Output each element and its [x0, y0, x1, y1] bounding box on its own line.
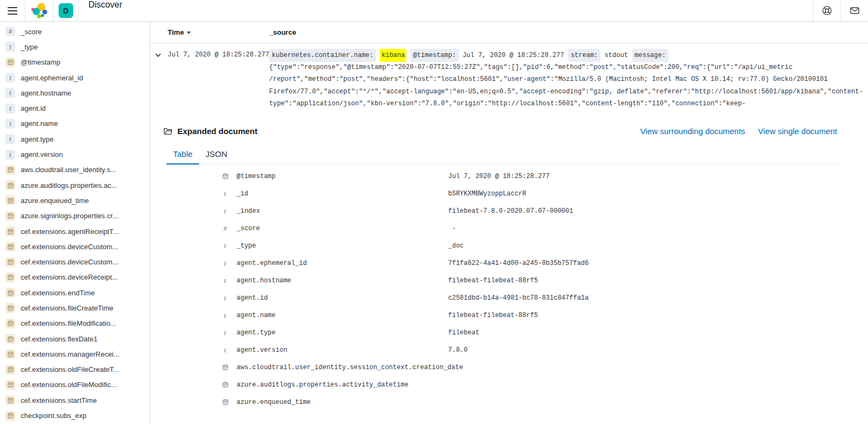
field-label: cef.extensions.managerRecei...	[21, 350, 119, 358]
sidebar-field-_type[interactable]: t_type	[0, 39, 150, 54]
field-label: cef.extensions.oldFileModific...	[21, 381, 117, 389]
field-name: _id	[237, 190, 448, 198]
field-value: 7f1fa622-4a41-4d00-a245-8b35b757fad6	[448, 260, 589, 267]
string-field-icon: t	[5, 88, 15, 98]
date-field-icon	[220, 380, 230, 390]
document-detail-tabs: TableJSON	[163, 144, 837, 164]
table-row: aws.cloudtrail.user_identity.session_con…	[163, 359, 837, 376]
sidebar-field-cef.extensions.deviceCustom[interactable]: cef.extensions.deviceCustom...	[0, 239, 150, 254]
document-timestamp: Jul 7, 2020 @ 18:25:28.277	[168, 51, 269, 59]
string-field-icon: t	[5, 150, 15, 160]
sidebar-field-@timestamp[interactable]: @timestamp	[0, 55, 150, 70]
table-row: #_score -	[163, 220, 837, 237]
collapse-document-button[interactable]	[154, 50, 162, 59]
date-field-icon	[5, 349, 15, 359]
elastic-logo[interactable]	[25, 0, 53, 21]
time-column-label: Time	[168, 28, 184, 36]
field-label: cef.extensions.fileModificatio...	[21, 319, 116, 327]
source-message-line: {"type":"response","@timestamp":"2020-07…	[269, 61, 868, 73]
date-field-icon	[5, 334, 15, 344]
sidebar-field-cef.extensions.fileModificatio[interactable]: cef.extensions.fileModificatio...	[0, 316, 150, 331]
sidebar-field-cef.extensions.agentReceiptT[interactable]: cef.extensions.agentReceiptT...	[0, 224, 150, 239]
string-field-icon: t	[5, 134, 15, 144]
field-list: #_scoret_type@timestamptagent.ephemeral_…	[0, 24, 150, 423]
sidebar-field-azure.signinlogs.properties.cr[interactable]: azure.signinlogs.properties.cr...	[0, 208, 150, 224]
field-label: cef.extensions.deviceReceipt...	[21, 273, 118, 281]
sidebar-field-cef.extensions.fileCreateTime[interactable]: cef.extensions.fileCreateTime	[0, 300, 150, 315]
header-divider	[78, 0, 79, 21]
expanded-document-title: Expanded document	[177, 126, 258, 136]
sidebar-field-cef.extensions.deviceReceipt[interactable]: cef.extensions.deviceReceipt...	[0, 270, 150, 285]
source-summary-line: kubernetes.container.name:kibana@timesta…	[269, 49, 868, 61]
source-message-line: type":"application/json","kbn-version":"…	[269, 98, 868, 110]
string-field-icon: t	[220, 311, 230, 320]
string-field-icon: t	[220, 258, 230, 268]
field-label: cef.extensions.endTime	[21, 289, 95, 297]
highlighted-term: kibana	[380, 49, 406, 62]
sidebar-field-agent.name[interactable]: tagent.name	[0, 116, 150, 131]
sidebar-field-cef.extensions.startTime[interactable]: cef.extensions.startTime	[0, 393, 150, 408]
mail-icon	[850, 5, 860, 16]
field-label: _type	[21, 43, 38, 51]
sidebar-field-azure.enqueued_time[interactable]: azure.enqueued_time	[0, 193, 150, 208]
elastic-logo-mark	[31, 3, 47, 19]
view-single-document-link[interactable]: View single document	[758, 126, 837, 136]
sort-desc-icon	[187, 31, 191, 34]
date-field-icon	[220, 363, 230, 372]
sidebar-field-aws.cloudtrail.user_identity.s[interactable]: aws.cloudtrail.user_identity.s...	[0, 162, 150, 178]
tab-json[interactable]: JSON	[199, 144, 234, 164]
sidebar-field-agent.ephemeral_id[interactable]: tagent.ephemeral_id	[0, 70, 150, 85]
source-column-label: _source	[269, 28, 296, 36]
field-label: agent.id	[21, 104, 46, 112]
table-row: tagent.version7.8.0	[163, 341, 837, 359]
space-selector[interactable]: D	[53, 0, 78, 21]
document-links: View surrounding documents View single d…	[640, 126, 837, 136]
sidebar-field-cef.extensions.managerRecei[interactable]: cef.extensions.managerRecei...	[0, 346, 150, 362]
sidebar-field-_score[interactable]: #_score	[0, 24, 150, 39]
sidebar-field-azure.auditlogs.properties.ac[interactable]: azure.auditlogs.properties.ac...	[0, 178, 150, 193]
sidebar-field-agent.type[interactable]: tagent.type	[0, 131, 150, 147]
field-value: -	[448, 225, 456, 232]
time-column-sort-button[interactable]: Time	[168, 28, 269, 36]
expanded-document-title-wrap: Expanded document	[163, 126, 258, 136]
date-field-icon	[5, 380, 15, 390]
field-label: checkpoint.subs_exp	[21, 412, 86, 420]
results-table-header: Time _source	[150, 22, 868, 43]
table-row: t_idbSRYKXMBWyzoppLaccrR	[163, 185, 837, 202]
field-name: _type	[237, 242, 448, 250]
sidebar-field-agent.hostname[interactable]: tagent.hostname	[0, 85, 150, 100]
tab-table[interactable]: Table	[167, 144, 199, 164]
sidebar-field-cef.extensions.flexDate1[interactable]: cef.extensions.flexDate1	[0, 331, 150, 346]
string-field-icon: t	[220, 206, 230, 216]
field-label: _score	[21, 28, 42, 36]
newsfeed-button[interactable]	[841, 0, 868, 21]
menu-icon[interactable]	[0, 0, 25, 21]
field-label: agent.hostname	[21, 89, 71, 97]
discover-main: Time _source Jul 7, 2020 @ 18:25:28.277 …	[150, 22, 868, 424]
source-field-badge: stream:	[568, 49, 601, 62]
sidebar-field-cef.extensions.deviceCustom[interactable]: cef.extensions.deviceCustom...	[0, 254, 150, 269]
help-button[interactable]	[813, 0, 840, 21]
sidebar-field-cef.extensions.oldFileModific[interactable]: cef.extensions.oldFileModific...	[0, 377, 150, 393]
chevron-down-icon	[155, 52, 162, 59]
folder-open-icon	[163, 126, 173, 136]
sidebar-field-cef.extensions.endTime[interactable]: cef.extensions.endTime	[0, 285, 150, 300]
table-row: t_type_doc	[163, 237, 837, 255]
sidebar-field-checkpoint.subs_exp[interactable]: checkpoint.subs_exp	[0, 408, 150, 423]
sidebar-field-cef.extensions.oldFileCreateT[interactable]: cef.extensions.oldFileCreateT...	[0, 362, 150, 377]
date-field-icon	[5, 257, 15, 267]
document-source: kubernetes.container.name:kibana@timesta…	[269, 49, 868, 110]
view-surrounding-documents-link[interactable]: View surrounding documents	[640, 126, 745, 136]
date-field-icon	[5, 195, 15, 205]
field-label: azure.enqueued_time	[21, 197, 89, 205]
table-row: tagent.hostnamefilebeat-filebeat-88rf5	[163, 272, 837, 289]
table-row: t_indexfilebeat-7.8.0-2020.07.07-000001	[163, 202, 837, 220]
sidebar-field-agent.version[interactable]: tagent.version	[0, 147, 150, 162]
table-row: azure.enqueued_time	[163, 394, 837, 411]
number-field-icon: #	[5, 27, 15, 36]
source-field-badge: @timestamp:	[410, 49, 458, 62]
field-value: Jul 7, 2020 @ 18:25:28.277	[448, 173, 550, 180]
field-name: agent.version	[237, 346, 448, 354]
sidebar-field-agent.id[interactable]: tagent.id	[0, 100, 150, 116]
string-field-icon: t	[220, 241, 230, 251]
